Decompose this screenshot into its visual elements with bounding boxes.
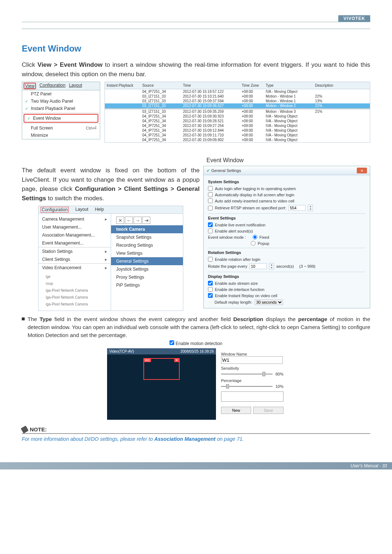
sub-recording[interactable]: Recording Settings [111,241,183,249]
sidelist-0: ige [42,273,107,280]
conf-video-enh[interactable]: Video Enhancement [38,264,111,272]
table-row[interactable]: 03_IZ7151_332012-07-30 15:10:21.640+08:0… [105,94,370,99]
sidelist-4: iga-Pixel Network Camera [42,301,107,308]
slider-sens[interactable] [221,374,273,374]
chk-fullscreen[interactable] [208,192,213,197]
table-row[interactable]: 03_IZ7151_332012-07-30 15:09:37.594+08:0… [105,99,370,103]
col-instant[interactable]: Instant Playback [106,83,140,88]
menu-item-ptz[interactable]: PTZ Panel [31,91,52,97]
conf-event-mgmt[interactable]: Event Management... [38,239,111,247]
table-row[interactable]: 04_IP7251_342012-07-30 15:09:28.521+08:0… [105,119,370,123]
motion-window[interactable]: W1 ✕ [143,358,180,380]
lbl-fullscreen: Automatically display in full screen aft… [215,193,294,197]
conf-tab-help[interactable]: Help [95,207,104,213]
sub-snapshot[interactable]: Snapshot Settings [111,233,183,241]
rtsp-port[interactable] [288,205,306,211]
chk-rotation[interactable] [208,257,213,262]
video-mode: Video(TCP-AV) [109,349,134,353]
lbl-autoadd: Auto add newly-inserted camera to video … [215,199,294,203]
col-time[interactable]: Time [182,83,239,88]
sub-general[interactable]: General Settings [111,257,183,265]
col-tz[interactable]: Time Zone [241,83,263,88]
lbl-deinterlace: Enable de-interlace function [215,287,264,292]
lbl-rotate-every: Rotate the page every [208,264,247,268]
table-row[interactable]: 03_IZ7151_332012-07-30 15:09:35.259+08:0… [105,108,370,114]
table-row[interactable]: 04_IP7251_342012-07-30 15:09:09.802+08:0… [105,138,370,142]
chk-enable-md[interactable] [170,340,174,345]
slider-perc[interactable] [221,386,273,387]
input-winname[interactable] [221,356,283,364]
chk-deinterlace[interactable] [208,287,213,292]
page-footer: User's Manual - 33 [0,462,392,469]
menu-view[interactable]: View [24,83,36,89]
conf-client[interactable]: Client Settings [38,255,111,263]
spinner-icon[interactable]: ▲▼ [308,205,313,211]
lbl-range: (3 ~ 999) [299,264,315,268]
intro-paragraph: Click View > Event Window to insert a wi… [22,60,370,79]
gs-evt-hdr: Event Settings [208,216,366,220]
note-text: For more information about DI/DO setting… [22,436,370,442]
chk-live-notif[interactable] [208,222,213,227]
sidelist-2: iga-Pixel Network Camera [42,287,107,294]
btn-save: Save [253,407,283,414]
conf-station[interactable]: Station Settings [38,247,111,255]
table-row[interactable]: 03_IZ7151_332012-07-30 15:09:36.527+08:0… [105,103,370,108]
gs-disp-hdr: Display Settings [208,274,366,279]
conf-tab-layout[interactable]: Layout [75,207,88,213]
menu-item-audio[interactable]: Two Way Audio Panel [31,99,73,104]
chk-alert-sound[interactable] [208,229,213,233]
event-table-screenshot: Instant Playback Source Time Time Zone T… [105,82,370,143]
sub-view[interactable]: View Settings [111,249,183,257]
chk-autostream[interactable] [208,281,213,286]
chk-rtsp[interactable] [208,206,213,210]
sidelist-3: iga-Pixel Network Camera [42,294,107,301]
tb-back-icon[interactable]: ← [125,217,133,224]
lbl-popup: Popup [258,241,269,246]
lbl-enable-md: Enable motion detection [176,341,222,346]
rotate-val[interactable] [249,263,267,269]
radio-fixed[interactable] [253,235,257,239]
radio-popup[interactable] [251,241,256,246]
table-row[interactable]: 04_IP7251_342012-07-30 15:09:30.923+08:0… [105,114,370,119]
conf-tab-configuration[interactable]: Configuration [41,207,69,213]
accel-fullscreen: Ctrl+F [86,126,97,130]
val-sens: 80% [275,372,283,376]
lbl-autostream: Enable auto stream size [215,281,258,286]
table-row[interactable]: 04_IP7251_342012-07-30 15:18:57.122+08:0… [105,89,370,94]
tb-close-icon[interactable]: ⨯ [116,217,124,224]
conf-user-mgmt[interactable]: User Management... [38,223,111,231]
sub-joystick[interactable]: Joystick Settings [111,265,183,273]
spinner2-icon[interactable]: ▲▼ [269,263,274,270]
col-type[interactable]: Type [265,83,313,88]
lbl-winname: Window Name [221,352,283,356]
close-icon[interactable]: ✕ [357,168,367,173]
motion-window-close-icon[interactable]: ✕ [174,358,179,362]
menu-item-minimize[interactable]: Minimize [31,133,48,138]
conf-assoc-mgmt[interactable]: Association Management... [38,231,111,239]
table-row[interactable]: 04_IP7251_342012-07-30 15:09:11.710+08:0… [105,133,370,138]
menu-item-eventwindow[interactable]: Event Window [33,116,61,121]
menu-configuration[interactable]: Configuration [40,83,65,89]
gs-rot-hdr: Rotation Settings [208,250,366,255]
tb-fwd-icon[interactable]: → [134,217,142,224]
col-source[interactable]: Source [141,83,180,88]
note-header: NOTE: [30,426,47,432]
menu-item-fullscreen[interactable]: Full Screen [31,126,53,131]
menu-item-playback[interactable]: Instant Playback Panel [31,106,75,111]
table-row[interactable]: 04_IP7251_342012-07-30 15:09:12.844+08:0… [105,128,370,133]
sel-replaylen[interactable]: 30 seconds [254,299,283,305]
gs-sys-hdr: System Settings [208,180,366,184]
pen-icon [21,426,29,434]
tb-misc-icon[interactable]: ⇥ [142,217,150,224]
chk-autologin[interactable] [208,186,213,191]
sub-pip[interactable]: PiP Settings [111,281,183,289]
menu-layout[interactable]: Layout [69,83,82,89]
table-row[interactable]: 04_IP7251_342012-07-30 15:09:27.254+08:0… [105,123,370,128]
sub-proxy[interactable]: Proxy Settings [111,273,183,281]
btn-new[interactable]: New [221,407,251,414]
col-desc[interactable]: Description [314,83,338,88]
conf-camera-mgmt[interactable]: Camera Management [38,215,111,223]
chk-autoadd[interactable] [208,198,213,203]
lbl-fixed: Fixed [260,235,269,239]
chk-instantreplay[interactable] [208,293,213,298]
